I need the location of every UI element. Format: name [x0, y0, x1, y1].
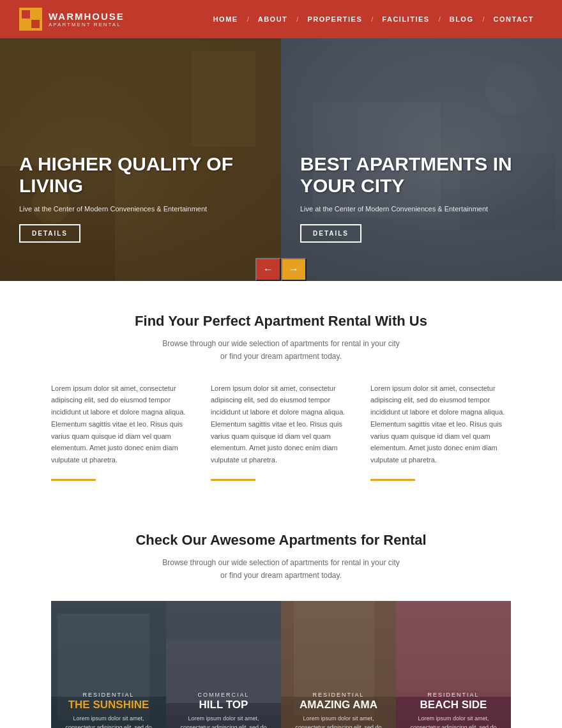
hero-panel-right: BEST APARTMENTS IN YOUR CITY Live at the… [281, 38, 562, 281]
hero-details-btn-left[interactable]: DETAILS [19, 224, 80, 243]
apt-content-1: RESIDENTIAL THE SUNSHINE Lorem ipsum dol… [51, 683, 166, 728]
apt-name-3: AMAZING AMA [290, 699, 387, 711]
apt-desc-3: Lorem ipsum dolor sit amet, consectetur … [290, 715, 387, 728]
feature-2-text: Lorem ipsum dolor sit amet, consectetur … [211, 383, 351, 466]
logo-text: WARMHOUSE APARTMENT RENTAL [49, 11, 125, 27]
carousel-arrows: ← → [255, 258, 307, 281]
apt-card-3[interactable]: RESIDENTIAL AMAZING AMA Lorem ipsum dolo… [281, 601, 396, 728]
apt-name-2: HILL TOP [175, 699, 272, 711]
apt-content-4: RESIDENTIAL BEACH SIDE Lorem ipsum dolor… [396, 683, 511, 728]
apt-name-1: THE SUNSHINE [60, 699, 157, 711]
apt-card-1[interactable]: RESIDENTIAL THE SUNSHINE Lorem ipsum dol… [51, 601, 166, 728]
apt-desc-4: Lorem ipsum dolor sit amet, consectetur … [405, 715, 502, 728]
nav-home[interactable]: HOME [204, 15, 247, 23]
apt-desc-2: Lorem ipsum dolor sit amet, consectetur … [175, 715, 272, 728]
feature-2: Lorem ipsum dolor sit amet, consectetur … [211, 383, 351, 481]
feature-2-line [211, 479, 255, 481]
svg-rect-1 [22, 10, 30, 19]
find-subtitle: Browse through our wide selection of apa… [160, 337, 402, 363]
nav-contact[interactable]: CONTACT [485, 15, 543, 23]
prev-arrow[interactable]: ← [255, 258, 281, 281]
hero-subtitle-left: Live at the Center of Modern Convenience… [19, 204, 268, 215]
nav-links: HOME / ABOUT / PROPERTIES / FACILITIES /… [204, 15, 543, 23]
hero-title-left: A HIGHER QUALITY OF LIVING [19, 153, 268, 197]
hero-subtitle-right: Live at the Center of Modern Convenience… [300, 204, 549, 215]
feature-3-text: Lorem ipsum dolor sit amet, consectetur … [370, 383, 511, 466]
hero-title-right: BEST APARTMENTS IN YOUR CITY [300, 153, 549, 197]
nav-about[interactable]: ABOUT [249, 15, 297, 23]
apt-type-1: RESIDENTIAL [60, 692, 157, 698]
nav-facilities[interactable]: FACILITIES [373, 15, 438, 23]
feature-3: Lorem ipsum dolor sit amet, consectetur … [370, 383, 511, 481]
apt-content-3: RESIDENTIAL AMAZING AMA Lorem ipsum dolo… [281, 683, 396, 728]
nav-properties[interactable]: PROPERTIES [298, 15, 371, 23]
svg-rect-2 [31, 20, 40, 28]
feature-1-text: Lorem ipsum dolor sit amet, consectetur … [51, 383, 192, 466]
apartments-grid: RESIDENTIAL THE SUNSHINE Lorem ipsum dol… [51, 601, 511, 728]
hero-section: A HIGHER QUALITY OF LIVING Live at the C… [0, 38, 562, 281]
brand-name: WARMHOUSE [49, 11, 125, 22]
find-section: Find Your Perfect Apartment Rental With … [0, 281, 562, 506]
nav-blog[interactable]: BLOG [441, 15, 483, 23]
apartments-title: Check Our Awesome Apartments for Rental [51, 532, 511, 549]
hero-panel-left: A HIGHER QUALITY OF LIVING Live at the C… [0, 38, 281, 281]
apt-type-4: RESIDENTIAL [405, 692, 502, 698]
apt-card-2[interactable]: COMMERCIAL HILL TOP Lorem ipsum dolor si… [166, 601, 281, 728]
feature-1: Lorem ipsum dolor sit amet, consectetur … [51, 383, 192, 481]
apt-type-3: RESIDENTIAL [290, 692, 387, 698]
navbar: WARMHOUSE APARTMENT RENTAL HOME / ABOUT … [0, 0, 562, 38]
hero-details-btn-right[interactable]: DETAILS [300, 224, 361, 243]
next-arrow[interactable]: → [281, 258, 307, 281]
find-title: Find Your Perfect Apartment Rental With … [51, 313, 511, 330]
hero-content-right: BEST APARTMENTS IN YOUR CITY Live at the… [300, 153, 549, 243]
feature-1-line [51, 479, 96, 481]
feature-3-line [370, 479, 415, 481]
apartments-subtitle: Browse through our wide selection of apa… [160, 556, 402, 582]
apt-name-4: BEACH SIDE [405, 699, 502, 711]
features-grid: Lorem ipsum dolor sit amet, consectetur … [51, 383, 511, 481]
logo-icon [19, 8, 42, 31]
brand-tagline: APARTMENT RENTAL [49, 22, 125, 27]
apt-type-2: COMMERCIAL [175, 692, 272, 698]
apartments-section: Check Our Awesome Apartments for Rental … [0, 506, 562, 728]
hero-content-left: A HIGHER QUALITY OF LIVING Live at the C… [19, 153, 268, 243]
apt-card-4[interactable]: RESIDENTIAL BEACH SIDE Lorem ipsum dolor… [396, 601, 511, 728]
apt-content-2: COMMERCIAL HILL TOP Lorem ipsum dolor si… [166, 683, 281, 728]
logo[interactable]: WARMHOUSE APARTMENT RENTAL [19, 8, 125, 31]
apt-desc-1: Lorem ipsum dolor sit amet, consectetur … [60, 715, 157, 728]
